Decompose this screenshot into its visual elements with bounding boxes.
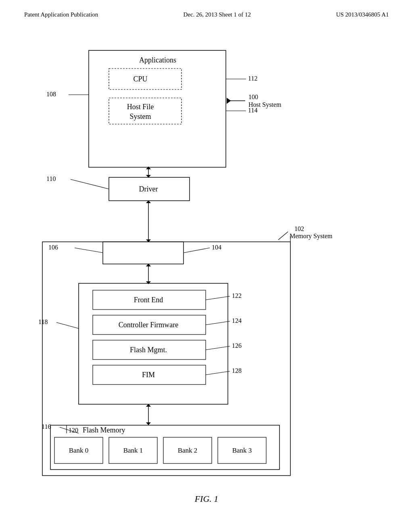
applications-label: Applications <box>139 56 176 64</box>
ref110-label: 110 <box>46 175 56 182</box>
fim-label: FIM <box>142 371 155 379</box>
ref102-label: 102 <box>294 225 304 232</box>
up-arrowhead-1 <box>146 166 151 169</box>
bank1-label: Bank 1 <box>123 447 143 454</box>
ref122-label: 122 <box>232 292 242 299</box>
ref120-label: 120 <box>69 427 78 434</box>
ref106-label: 106 <box>48 244 58 251</box>
bank0-label: Bank 0 <box>69 447 89 454</box>
ref118-line <box>56 322 79 328</box>
ref104-label: 104 <box>212 244 221 251</box>
host-fs-label-line2: System <box>129 112 151 121</box>
bank3-label: Bank 3 <box>232 447 252 454</box>
down-arrowhead-3 <box>146 281 151 284</box>
ref100-label: 100 <box>248 94 258 100</box>
header-center: Dec. 26, 2013 Sheet 1 of 12 <box>183 11 250 18</box>
ref112-label: 112 <box>248 75 257 82</box>
driver-label: Driver <box>139 185 158 193</box>
ref104-line <box>184 248 210 253</box>
header-right: US 2013/0346805 A1 <box>336 11 389 18</box>
diagram-area: Applications CPU Host File System 108 11… <box>0 22 413 506</box>
ref124-label: 124 <box>232 317 242 324</box>
ref122-line <box>206 296 230 300</box>
ref128-label: 128 <box>232 367 242 374</box>
memory-system-label: Memory System <box>290 233 333 240</box>
memory-system-box <box>42 242 290 476</box>
ref106-line <box>75 248 103 253</box>
interface-box <box>103 242 184 264</box>
down-arrowhead-4 <box>146 422 151 425</box>
figure-label: FIG. 1 <box>194 494 219 504</box>
ref124-line <box>206 321 230 325</box>
host-fs-label-line1: Host File <box>127 103 154 111</box>
cpu-label: CPU <box>133 75 147 83</box>
header-left: Patent Application Publication <box>24 11 98 18</box>
ref116-label: 116 <box>42 423 51 430</box>
ref126-line <box>206 346 230 350</box>
ref108-label: 108 <box>46 91 56 98</box>
ref126-label: 126 <box>232 342 242 349</box>
ref128-line <box>206 371 230 375</box>
ref118-label: 118 <box>38 318 48 325</box>
front-end-label: Front End <box>134 296 163 304</box>
mem-sys-bracket <box>278 232 288 240</box>
flash-mgmt-label: Flash Mgmt. <box>130 346 167 354</box>
diagram-svg: Applications CPU Host File System 108 11… <box>0 22 413 506</box>
bank2-label: Bank 2 <box>178 447 198 454</box>
host-system-label: Host System <box>248 101 282 108</box>
controller-fw-label: Controller Firmware <box>119 321 178 329</box>
flash-memory-label: Flash Memory <box>83 426 125 434</box>
host-system-outer-box <box>89 50 226 167</box>
page-header: Patent Application Publication Dec. 26, … <box>0 0 413 18</box>
ref110-line <box>71 179 109 189</box>
